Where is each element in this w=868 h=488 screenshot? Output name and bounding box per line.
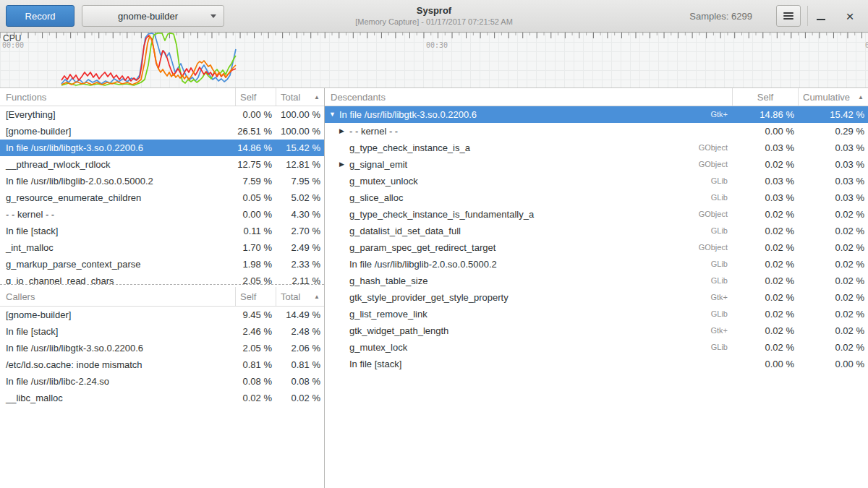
- descendant-name-cell: ▼In file /usr/lib/libgtk-3.so.0.2200.6: [325, 106, 681, 123]
- menu-button[interactable]: [776, 5, 801, 27]
- descendants-column-header[interactable]: Descendants: [325, 88, 732, 106]
- cumulative-percent: 0.02 %: [798, 206, 868, 223]
- caller-row[interactable]: In file /usr/lib/libc-2.24.so0.08 %0.08 …: [0, 373, 324, 390]
- expander-closed-icon[interactable]: ▶: [339, 156, 349, 173]
- descendant-name-cell: g_param_spec_get_redirect_target: [325, 239, 681, 256]
- library-badge: GObject: [681, 140, 732, 156]
- caller-row[interactable]: [gnome-builder]9.45 %14.49 %: [0, 307, 324, 323]
- callers-column-header[interactable]: Callers: [0, 287, 235, 306]
- library-badge: Gtk+: [681, 289, 732, 306]
- self-percent: 0.02 %: [732, 239, 798, 256]
- descendant-row[interactable]: ▶g_signal_emitGObject0.02 %0.03 %: [325, 156, 868, 173]
- function-row[interactable]: - - kernel - -0.00 %4.30 %: [0, 206, 324, 223]
- function-name: /etc/ld.so.cache: inode mismatch: [0, 356, 235, 373]
- self-percent: 0.03 %: [732, 173, 798, 189]
- descendant-row[interactable]: In file /usr/lib/libglib-2.0.so.0.5000.2…: [325, 256, 868, 273]
- descendants-self-column-header[interactable]: Self: [732, 88, 798, 106]
- headerbar: Record gnome-builder Sysprof [Memory Cap…: [0, 0, 868, 33]
- self-percent: 1.98 %: [235, 256, 276, 273]
- descendant-row[interactable]: gtk_widget_path_lengthGtk+0.02 %0.02 %: [325, 322, 868, 339]
- function-name: g_type_check_instance_is_fundamentally_a: [349, 206, 534, 223]
- function-name: g_slice_alloc: [349, 189, 403, 206]
- descendant-name-cell: g_type_check_instance_is_fundamentally_a: [325, 206, 681, 223]
- function-row[interactable]: [Everything]0.00 %100.00 %: [0, 106, 324, 123]
- self-percent: 14.86 %: [235, 140, 276, 156]
- function-name: g_markup_parse_context_parse: [0, 256, 235, 273]
- cumulative-column-header[interactable]: Cumulative ▲: [798, 88, 868, 106]
- cumulative-percent: 0.02 %: [798, 223, 868, 239]
- function-row[interactable]: _int_malloc1.70 %2.49 %: [0, 239, 324, 256]
- descendant-row[interactable]: ▶- - kernel - -0.00 %0.29 %: [325, 123, 868, 140]
- callers-self-column-header[interactable]: Self: [235, 287, 276, 306]
- descendant-row[interactable]: g_type_check_instance_is_fundamentally_a…: [325, 206, 868, 223]
- function-name: In file /usr/lib/libglib-2.0.so.0.5000.2: [349, 256, 497, 273]
- descendants-table: ▼In file /usr/lib/libgtk-3.so.0.2200.6Gt…: [325, 106, 868, 372]
- self-percent: 9.45 %: [235, 307, 276, 323]
- descendant-row[interactable]: ▼In file /usr/lib/libgtk-3.so.0.2200.6Gt…: [325, 106, 868, 123]
- close-button[interactable]: ×: [839, 5, 861, 27]
- self-percent: 0.02 %: [732, 306, 798, 322]
- callers-table-header: Callers Self Total ▲: [0, 287, 324, 307]
- time-tick-label: 00:30: [426, 41, 448, 49]
- minimize-icon: [817, 19, 825, 20]
- function-name: - - kernel - -: [349, 123, 398, 140]
- cumulative-percent: 0.02 %: [798, 322, 868, 339]
- caller-row[interactable]: In file /usr/lib/libgtk-3.so.0.2200.62.0…: [0, 340, 324, 356]
- function-row[interactable]: g_resource_enumerate_children0.05 %5.02 …: [0, 189, 324, 206]
- descendant-row[interactable]: g_list_remove_linkGLib0.02 %0.02 %: [325, 306, 868, 322]
- function-row[interactable]: g_markup_parse_context_parse1.98 %2.33 %: [0, 256, 324, 273]
- caller-row[interactable]: /etc/ld.so.cache: inode mismatch0.81 %0.…: [0, 356, 324, 373]
- descendant-name-cell: g_slice_alloc: [325, 189, 681, 206]
- functions-table-header: Functions Self Total ▲: [0, 88, 324, 106]
- function-row[interactable]: [gnome-builder]26.51 %100.00 %: [0, 123, 324, 140]
- cumulative-percent: 0.29 %: [798, 123, 868, 140]
- profile-content: Functions Self Total ▲ [Everything]0.00 …: [0, 88, 868, 488]
- total-percent: 4.30 %: [276, 206, 324, 223]
- function-row[interactable]: __pthread_rwlock_rdlock12.75 %12.81 %: [0, 156, 324, 173]
- self-percent: 26.51 %: [235, 123, 276, 140]
- caller-row[interactable]: In file [stack]2.46 %2.48 %: [0, 323, 324, 340]
- library-badge: GLib: [681, 223, 732, 239]
- expander-closed-icon[interactable]: ▶: [339, 123, 349, 140]
- function-row[interactable]: g_io_channel_read_chars2.05 %2.11 %: [0, 273, 324, 284]
- descendant-name-cell: In file [stack]: [325, 356, 681, 372]
- record-button[interactable]: Record: [6, 5, 75, 27]
- descendant-row[interactable]: gtk_style_provider_get_style_propertyGtk…: [325, 289, 868, 306]
- total-column-header[interactable]: Total ▲: [276, 88, 324, 106]
- library-badge: GLib: [681, 173, 732, 189]
- right-pane: Descendants Self Cumulative ▲ ▼In file /…: [325, 88, 868, 488]
- function-name: g_resource_enumerate_children: [0, 189, 235, 206]
- self-column-header[interactable]: Self: [235, 88, 276, 106]
- descendant-row[interactable]: g_mutex_lockGLib0.02 %0.02 %: [325, 339, 868, 356]
- total-percent: 0.02 %: [276, 390, 324, 406]
- cumulative-percent: 0.02 %: [798, 289, 868, 306]
- expander-open-icon[interactable]: ▼: [329, 106, 339, 123]
- total-percent: 100.00 %: [276, 106, 324, 123]
- descendant-row[interactable]: g_type_check_instance_is_aGObject0.03 %0…: [325, 140, 868, 156]
- caller-row[interactable]: __libc_malloc0.02 %0.02 %: [0, 390, 324, 406]
- cumulative-percent: 0.02 %: [798, 339, 868, 356]
- descendant-row[interactable]: g_hash_table_sizeGLib0.02 %0.02 %: [325, 273, 868, 289]
- process-selector-dropdown[interactable]: gnome-builder: [82, 5, 224, 27]
- descendant-row[interactable]: g_param_spec_get_redirect_targetGObject0…: [325, 239, 868, 256]
- function-row[interactable]: In file /usr/lib/libglib-2.0.so.0.5000.2…: [0, 173, 324, 189]
- cumulative-percent: 0.02 %: [798, 273, 868, 289]
- descendant-row[interactable]: g_slice_allocGLib0.03 %0.03 %: [325, 189, 868, 206]
- hamburger-icon: [783, 12, 793, 20]
- descendant-row[interactable]: g_datalist_id_set_data_fullGLib0.02 %0.0…: [325, 223, 868, 239]
- self-percent: 0.11 %: [235, 223, 276, 239]
- library-badge: Gtk+: [681, 106, 732, 123]
- function-row[interactable]: In file /usr/lib/libgtk-3.so.0.2200.614.…: [0, 140, 324, 156]
- cumulative-percent: 0.00 %: [798, 356, 868, 372]
- descendant-row[interactable]: g_mutex_unlockGLib0.03 %0.03 %: [325, 173, 868, 189]
- functions-column-header[interactable]: Functions: [0, 88, 235, 106]
- minimize-button[interactable]: [810, 5, 832, 27]
- self-percent: 0.03 %: [732, 140, 798, 156]
- function-row[interactable]: In file [stack]0.11 %2.70 %: [0, 223, 324, 239]
- cpu-timeline-graph[interactable]: CPU 00:0000:3001:00: [0, 33, 868, 88]
- function-name: __libc_malloc: [0, 390, 235, 406]
- function-name: In file /usr/lib/libglib-2.0.so.0.5000.2: [0, 173, 235, 189]
- callers-total-column-header[interactable]: Total ▲: [276, 287, 324, 306]
- self-percent: 0.02 %: [235, 390, 276, 406]
- descendant-row[interactable]: In file [stack]0.00 %0.00 %: [325, 356, 868, 372]
